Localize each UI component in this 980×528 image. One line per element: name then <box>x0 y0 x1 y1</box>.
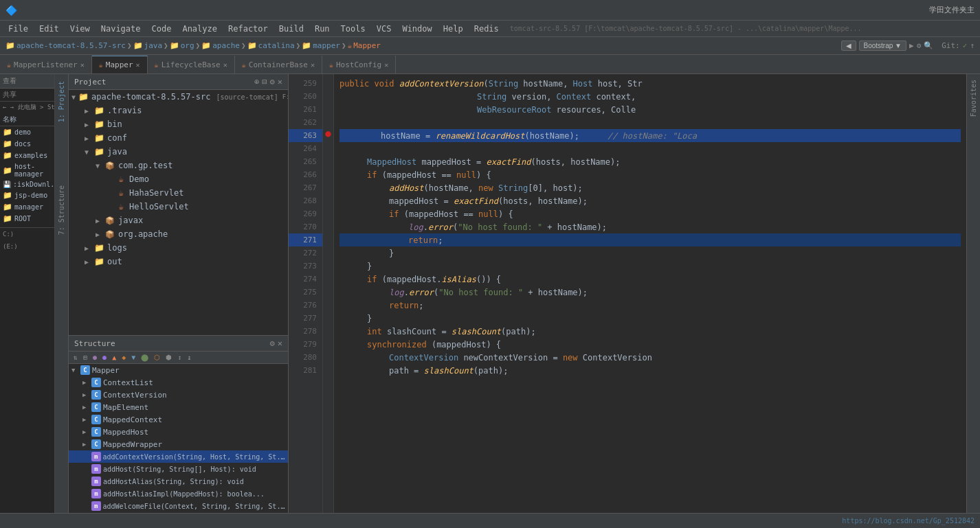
filter-btn-3[interactable]: ▲ <box>110 353 118 362</box>
struct-close-icon[interactable]: ✕ <box>278 338 282 348</box>
gutter-260 <box>323 87 333 100</box>
menu-vcs[interactable]: VCS <box>371 23 397 35</box>
menu-file[interactable]: File <box>3 23 34 35</box>
locate-icon[interactable]: ⊕ <box>254 77 259 87</box>
tab-icon-mapper: ☕ <box>99 61 103 69</box>
struct-mapper-root[interactable]: ▼ C Mapper <box>69 364 288 376</box>
menu-run[interactable]: Run <box>309 23 335 35</box>
list-item-demo[interactable]: 📁 demo <box>0 126 54 138</box>
struct-options-icon[interactable]: ⚙ <box>270 338 275 348</box>
menu-build[interactable]: Build <box>274 23 309 35</box>
struct-add-host-alias-impl[interactable]: ▶ m addHostAliasImpl(MappedHost): boolea… <box>69 487 288 500</box>
struct-mapped-context[interactable]: ▶ C MappedContext <box>69 413 288 426</box>
tab-mapper[interactable]: ☕ Mapper ✕ <box>92 56 148 73</box>
list-item-examples[interactable]: 📁 examples <box>0 150 54 161</box>
breadcrumb-java[interactable]: 📁 java <box>133 41 163 50</box>
collapse-all-btn[interactable]: ↨ <box>185 353 193 362</box>
line-num-259: 259 <box>289 77 322 90</box>
list-item-host-manager[interactable]: 📁 host-manager <box>0 161 54 179</box>
tab-mapper-listener[interactable]: ☕ MapperListener ✕ <box>0 56 92 73</box>
code-content[interactable]: public void addContextVersion(String hos… <box>334 74 966 513</box>
list-item-root[interactable]: 📁 manager <box>0 201 54 213</box>
tab-close-host[interactable]: ✕ <box>384 61 388 69</box>
breadcrumb-mapper-dir[interactable]: 📁 mapper <box>302 41 340 50</box>
close-panel-icon[interactable]: ✕ <box>278 77 282 87</box>
tree-conf[interactable]: ▶ 📁 conf <box>69 131 288 145</box>
struct-map-element[interactable]: ▶ C MapElement <box>69 401 288 413</box>
tree-hello-servlet[interactable]: ▶ ☕ HelloServlet <box>69 200 288 214</box>
tab-close-listener[interactable]: ✕ <box>80 61 85 69</box>
tree-org-apache[interactable]: ▶ 📦 org.apache <box>69 227 288 241</box>
favorites-panel: Favorites <box>966 74 980 513</box>
breadcrumb-mapper-file[interactable]: ☕ Mapper <box>348 41 381 50</box>
menu-redis[interactable]: Redis <box>469 23 504 35</box>
filter-btn-8[interactable]: ⬢ <box>164 353 174 362</box>
struct-mapped-host[interactable]: ▶ C MappedHost <box>69 426 288 438</box>
list-item-manager[interactable]: 📁 jsp-demo <box>0 190 54 201</box>
tab-container-base[interactable]: ☕ ContainerBase ✕ <box>235 56 322 73</box>
settings-icon[interactable]: ⚙ <box>270 77 275 87</box>
expand-all-btn[interactable]: ↕ <box>175 353 183 362</box>
filter-btn-5[interactable]: ▼ <box>129 353 137 362</box>
breadcrumb-root[interactable]: 📁 apache-tomcat-8.5.57-src <box>5 41 126 50</box>
filter-btn-6[interactable]: ⬤ <box>139 353 151 362</box>
collapse-icon[interactable]: ⊟ <box>262 77 267 87</box>
menu-navigate[interactable]: Navigate <box>96 23 146 35</box>
struct-add-welcome-file[interactable]: ▶ m addWelcomeFile(Context, String, Stri… <box>69 500 288 512</box>
tree-root[interactable]: ▼ 📁 apache-tomcat-8.5.57-src [source-tom… <box>69 90 288 104</box>
menu-window[interactable]: Window <box>397 23 437 35</box>
tab-lifecycle-base[interactable]: ☕ LifecycleBase ✕ <box>148 56 235 73</box>
bootstrap-btn[interactable]: Bootstrap ▼ <box>859 41 906 51</box>
tab-close-mapper[interactable]: ✕ <box>136 61 140 69</box>
menu-tools[interactable]: Tools <box>335 23 371 35</box>
struct-add-host[interactable]: ▶ m addHost(String, String[], Host): voi… <box>69 463 288 475</box>
tree-logs[interactable]: ▶ 📁 logs <box>69 241 288 255</box>
project-side-tab[interactable]: 1: Project <box>56 77 67 126</box>
favorites-tab[interactable]: Favorites <box>968 74 979 122</box>
breadcrumb-catalina[interactable]: 📁 catalina <box>247 41 295 50</box>
breadcrumb-org[interactable]: 📁 org <box>170 41 194 50</box>
filter-btn-2[interactable]: ● <box>100 353 109 362</box>
structure-side-tab[interactable]: 7: Structure <box>56 181 67 239</box>
package-javax-icon: 📦 <box>104 215 115 226</box>
tab-close-container[interactable]: ✕ <box>311 61 315 69</box>
menu-view[interactable]: View <box>65 23 96 35</box>
tree-javax[interactable]: ▶ 📦 javax <box>69 214 288 227</box>
tab-icon-host: ☕ <box>329 61 333 69</box>
list-item-docs[interactable]: 📁 docs <box>0 138 54 150</box>
play-btn[interactable]: ▶ <box>909 41 914 50</box>
menu-analyze[interactable]: Analyze <box>177 23 223 35</box>
tree-bin[interactable]: ▶ 📁 bin <box>69 117 288 131</box>
tree-out[interactable]: ▶ 📁 out <box>69 255 288 268</box>
line-num-265: 265 <box>289 155 322 168</box>
filter-btn-7[interactable]: ⬡ <box>152 353 162 362</box>
tree-demo-java[interactable]: ▶ ☕ Demo <box>69 172 288 186</box>
tree-java[interactable]: ▼ 📁 java <box>69 145 288 159</box>
menu-code[interactable]: Code <box>146 23 177 35</box>
tree-com-gp-test[interactable]: ▼ 📦 com.gp.test <box>69 159 288 172</box>
search-icon[interactable]: 🔍 <box>924 41 933 50</box>
tab-host-config[interactable]: ☕ HostConfig ✕ <box>322 56 396 73</box>
sort-type-btn[interactable]: ⊞ <box>81 353 89 362</box>
list-item-ROOT[interactable]: 📁 ROOT <box>0 213 54 225</box>
struct-context-version[interactable]: ▶ C ContextVersion <box>69 389 288 401</box>
sort-alpha-btn[interactable]: ⇅ <box>71 353 80 362</box>
struct-add-context-version[interactable]: ▶ m addContextVersion(String, Host, Stri… <box>69 450 288 463</box>
settings-icon[interactable]: ⚙ <box>917 41 922 50</box>
struct-mapped-wrapper[interactable]: ▶ C MappedWrapper <box>69 438 288 450</box>
menu-edit[interactable]: Edit <box>34 23 65 35</box>
struct-add-host-alias[interactable]: ▶ m addHostAlias(String, String): void <box>69 475 288 487</box>
filter-btn-1[interactable]: ● <box>91 353 99 362</box>
menu-help[interactable]: Help <box>438 23 469 35</box>
method-ahai-icon: m <box>91 489 101 498</box>
filter-btn-4[interactable]: ◆ <box>120 353 128 362</box>
struct-context-list[interactable]: ▶ C ContextList <box>69 376 288 389</box>
tree-haha-servlet[interactable]: ▶ ☕ HahaServlet <box>69 186 288 200</box>
tab-close-lifecycle[interactable]: ✕ <box>223 61 227 69</box>
breakpoint-263[interactable]: ● <box>325 128 331 139</box>
list-item-jsp-demo[interactable]: 💾 :iskDownl... <box>0 179 54 190</box>
menu-refactor[interactable]: Refactor <box>223 23 274 35</box>
breadcrumb-apache[interactable]: 📁 apache <box>201 41 240 50</box>
tree-travis[interactable]: ▶ 📁 .travis <box>69 104 288 117</box>
back-btn[interactable]: ◀ <box>841 41 856 51</box>
